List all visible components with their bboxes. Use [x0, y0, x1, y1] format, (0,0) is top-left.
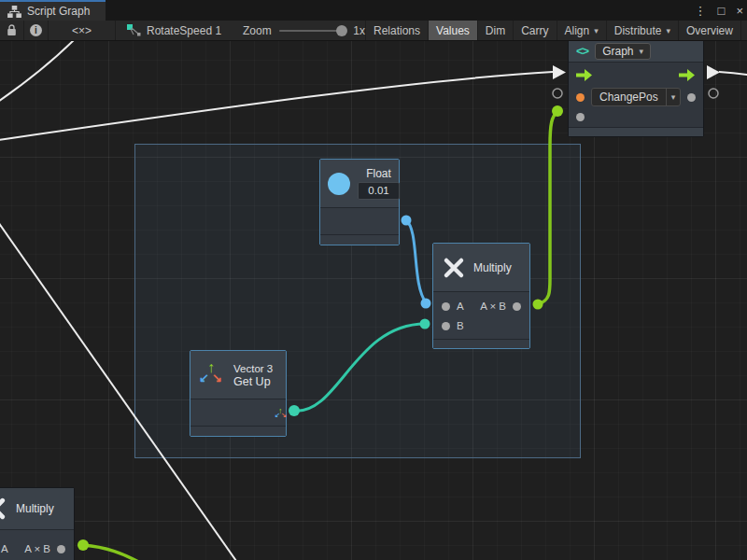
values-label: Values: [436, 24, 470, 37]
float-type-icon: [328, 173, 350, 195]
multiply-input-b-port[interactable]: [442, 322, 450, 330]
overview-label: Overview: [686, 24, 733, 37]
graph-source-dropdown[interactable]: Graph ▾: [595, 43, 651, 60]
zoom-slider-handle[interactable]: [336, 25, 347, 36]
multiply-output-port[interactable]: [513, 302, 521, 311]
wire-white-topleft: [0, 41, 76, 102]
multiply-icon: [0, 497, 7, 521]
chevron-down-icon: ▾: [666, 26, 670, 35]
graph-instance-row: ChangePos ▾: [569, 87, 703, 107]
zoom-slider[interactable]: [279, 30, 346, 32]
graph-breadcrumb[interactable]: RotateSpeed 1: [116, 21, 235, 40]
carry-label: Carry: [521, 24, 548, 37]
multiply-node-title: Multiply: [473, 261, 512, 274]
relations-button[interactable]: Relations: [366, 21, 429, 40]
float-node-title: Float: [366, 167, 391, 180]
graph-extra-row: [569, 110, 703, 123]
graph-target-port[interactable]: [576, 93, 585, 102]
window-controls: ⋮ □ ×: [695, 0, 743, 21]
tab-script-graph[interactable]: Script Graph: [0, 0, 106, 21]
unconnected-port-ring-left[interactable]: [553, 89, 562, 98]
multiply-bottom-output-label: A × B: [24, 543, 50, 554]
graph-reference-label: RotateSpeed 1: [147, 24, 221, 37]
align-button[interactable]: Align ▾: [557, 21, 607, 40]
chevron-down-icon: ▾: [594, 26, 599, 35]
multiply-node-header: Multiply: [433, 244, 529, 292]
script-graph-window: Script Graph ⋮ □ × i <×> Rotate: [0, 0, 747, 560]
tab-bar: Script Graph ⋮ □ ×: [0, 0, 747, 21]
close-icon[interactable]: ×: [736, 4, 743, 18]
multiply-bottom-input-a-label: A: [1, 543, 8, 554]
maximize-icon[interactable]: □: [718, 4, 726, 18]
instance-dropdown-button[interactable]: ▾: [666, 89, 681, 105]
zoom-control: Zoom 1x: [235, 21, 366, 40]
relations-label: Relations: [374, 24, 420, 37]
vector3-node-header: ↑↙↘ Vector 3 Get Up: [190, 351, 286, 399]
chevron-down-icon: ▾: [671, 92, 676, 102]
align-label: Align: [565, 24, 590, 37]
unconnected-port-ring-right[interactable]: [709, 89, 718, 98]
instance-dropdown-value: ChangePos: [592, 89, 666, 105]
zoom-label: Zoom: [243, 24, 272, 37]
graph-secondary-port[interactable]: [576, 113, 585, 121]
multiply-bottom-row-a: A A × B: [0, 539, 74, 558]
vector3-node-subtitle: Vector 3: [233, 362, 273, 375]
code-preview-button[interactable]: <×>: [49, 21, 116, 40]
full-screen-button[interactable]: Full Screen: [741, 21, 747, 40]
info-icon: i: [30, 24, 42, 36]
graph-flow-row: [569, 68, 703, 81]
vector3-icon: ↑↙↘: [200, 362, 226, 388]
lock-icon: [7, 24, 17, 36]
multiply-node-bottom[interactable]: Multiply A A × B: [0, 487, 75, 560]
wire-arrow-cap-right: [707, 65, 720, 79]
graph-node-footer: [569, 127, 703, 136]
wire-cap-green-bottom: [78, 539, 89, 551]
multiply-input-a-port[interactable]: [442, 302, 450, 311]
multiply-input-b-label: B: [457, 320, 464, 331]
float-node[interactable]: Float 0.01: [319, 159, 400, 245]
info-button[interactable]: i: [24, 21, 49, 40]
lock-button[interactable]: [0, 21, 24, 40]
multiply-bottom-header: Multiply: [0, 488, 74, 530]
multiply-input-a-label: A: [457, 301, 464, 312]
graph-output-port[interactable]: [687, 93, 696, 102]
multiply-node[interactable]: Multiply A A × B B: [432, 243, 530, 349]
float-node-header: Float 0.01: [320, 160, 399, 208]
multiply-node-footer: [433, 339, 529, 348]
carry-button[interactable]: Carry: [514, 21, 557, 40]
multiply-bottom-output-port[interactable]: [57, 545, 65, 553]
graph-node-header: <> Graph ▾: [569, 41, 703, 63]
zoom-value: 1x: [353, 24, 365, 37]
script-graph-icon: <>: [576, 44, 588, 58]
multiply-row-a: A A × B: [433, 297, 529, 315]
script-machine-icon: [127, 24, 141, 36]
multiply-row-b: B: [433, 316, 529, 335]
graph-source-label: Graph: [602, 45, 633, 58]
window-menu-icon[interactable]: ⋮: [695, 4, 707, 18]
flow-output-arrow-icon[interactable]: [679, 69, 696, 81]
wire-arrow-cap-left: [553, 65, 566, 79]
multiply-icon: [443, 257, 465, 279]
vector3-node-title: Get Up: [233, 375, 273, 388]
code-icon: <×>: [72, 24, 92, 37]
dim-button[interactable]: Dim: [478, 21, 514, 40]
dim-label: Dim: [486, 24, 505, 37]
instance-dropdown[interactable]: ChangePos ▾: [591, 88, 681, 106]
vector3-getup-node[interactable]: ↑↙↘ Vector 3 Get Up ↑↙↘: [190, 350, 287, 437]
float-node-footer: [320, 234, 399, 245]
graph-toolbar: i <×> RotateSpeed 1 Zoom 1x Relations Va…: [0, 21, 747, 41]
values-button[interactable]: Values: [429, 21, 478, 40]
chevron-down-icon: ▾: [640, 47, 644, 56]
distribute-label: Distribute: [614, 24, 662, 37]
graph-tab-icon: [7, 6, 21, 18]
tab-title: Script Graph: [27, 5, 90, 18]
overview-button[interactable]: Overview: [679, 21, 741, 40]
flow-input-arrow-icon[interactable]: [576, 69, 593, 81]
graph-canvas[interactable]: Float 0.01 Multiply A A × B: [0, 41, 747, 560]
multiply-bottom-title: Multiply: [16, 502, 54, 515]
distribute-button[interactable]: Distribute ▾: [607, 21, 679, 40]
graph-node[interactable]: <> Graph ▾ ChangePos ▾: [568, 41, 704, 137]
multiply-output-label: A × B: [480, 301, 506, 312]
float-value-field[interactable]: 0.01: [358, 182, 400, 200]
wire-cap-green-end: [552, 105, 563, 117]
